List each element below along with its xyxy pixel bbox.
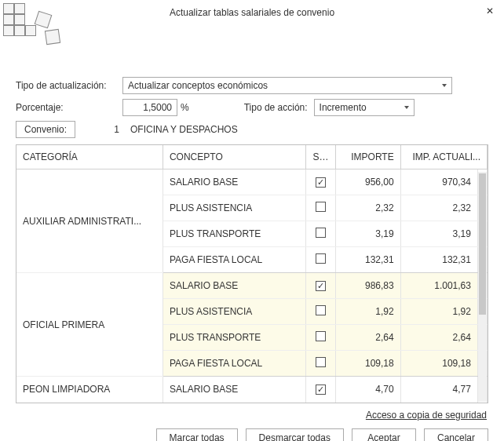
desmarcar-todas-button[interactable]: Desmarcar todas [246, 428, 344, 442]
categoria-cell: OFICIAL PRIMERA [16, 273, 163, 377]
importe-cell: 986,83 [336, 273, 400, 299]
tipo-select[interactable]: Actualizar conceptos económicos [122, 77, 452, 94]
imp-act-cell: 3,19 [400, 221, 477, 247]
sel-checkbox[interactable]: ✓ [316, 281, 326, 291]
importe-cell: 4,70 [336, 377, 400, 403]
scrollbar-thumb[interactable] [479, 173, 486, 315]
accion-select[interactable]: Incremento [314, 99, 415, 116]
concepto-cell: SALARIO BASE [163, 273, 305, 299]
imp-act-cell: 2,64 [400, 325, 477, 351]
sel-checkbox[interactable] [316, 305, 326, 315]
importe-cell: 132,31 [336, 247, 400, 273]
importe-cell: 956,00 [336, 169, 400, 195]
tipo-value: Actualizar conceptos económicos [128, 80, 268, 91]
imp-act-cell: 1.001,63 [400, 273, 477, 299]
marcar-todas-button[interactable]: Marcar todas [156, 428, 238, 442]
convenio-name: OFICINA Y DESPACHOS [130, 124, 238, 135]
salary-table: CATEGORÍA CONCEPTO SEL IMPORTE IMP. ACTU… [16, 144, 488, 403]
imp-act-cell: 109,18 [400, 351, 477, 377]
importe-cell: 1,92 [336, 299, 400, 325]
table-row[interactable]: OFICIAL PRIMERA SALARIO BASE ✓ 986,83 1.… [16, 273, 488, 299]
aceptar-button[interactable]: Aceptar [352, 428, 416, 442]
categoria-cell: AUXILIAR ADMINISTRATI... [16, 169, 163, 273]
sel-checkbox[interactable] [316, 228, 326, 238]
col-concepto[interactable]: CONCEPTO [163, 145, 305, 169]
sel-checkbox[interactable]: ✓ [316, 177, 326, 188]
concepto-cell: PLUS ASISTENCIA [163, 299, 305, 325]
close-button[interactable]: ✕ [482, 3, 498, 19]
concepto-cell: SALARIO BASE [163, 377, 305, 403]
backup-link[interactable]: Acceso a copia de seguridad [366, 410, 487, 421]
concepto-cell: PLUS TRANSPORTE [163, 325, 305, 351]
table-row[interactable]: AUXILIAR ADMINISTRATI... SALARIO BASE ✓ … [16, 169, 488, 195]
sel-checkbox[interactable] [316, 253, 326, 264]
col-categoria[interactable]: CATEGORÍA [16, 145, 163, 169]
convenio-button[interactable]: Convenio: [16, 121, 75, 138]
imp-act-cell: 132,31 [400, 247, 477, 273]
concepto-cell: SALARIO BASE [163, 169, 305, 195]
accion-label: Tipo de acción: [244, 102, 308, 113]
concepto-cell: PAGA FIESTA LOCAL [163, 351, 305, 377]
col-importe[interactable]: IMPORTE [336, 145, 400, 169]
porcentaje-label: Porcentaje: [16, 102, 119, 113]
cancelar-button[interactable]: Cancelar [424, 428, 488, 442]
table-header-row: CATEGORÍA CONCEPTO SEL IMPORTE IMP. ACTU… [16, 145, 488, 169]
table-row[interactable]: PEON LIMPIADORA SALARIO BASE ✓ 4,70 4,77 [16, 377, 488, 403]
concepto-cell: PAGA FIESTA LOCAL [163, 247, 305, 273]
sel-checkbox[interactable]: ✓ [316, 385, 326, 395]
col-imp-actualizado[interactable]: IMP. ACTUALI... [400, 145, 487, 169]
col-sel[interactable]: SEL [306, 145, 336, 169]
table-scrollbar[interactable] [478, 172, 487, 402]
button-row: Marcar todas Desmarcar todas Aceptar Can… [0, 421, 504, 442]
sel-checkbox[interactable] [316, 331, 326, 341]
convenio-number: 1 [82, 121, 124, 138]
tipo-label: Tipo de actualización: [16, 80, 119, 91]
imp-act-cell: 2,32 [400, 195, 477, 221]
importe-cell: 2,64 [336, 325, 400, 351]
importe-cell: 2,32 [336, 195, 400, 221]
close-icon: ✕ [486, 5, 494, 16]
titlebar: Actualizar tablas salariales de convenio… [0, 0, 504, 25]
imp-act-cell: 970,34 [400, 169, 477, 195]
footer-link-area: Acceso a copia de seguridad [0, 403, 504, 421]
porcentaje-input[interactable]: 1,5000 [122, 99, 177, 116]
concepto-cell: PLUS ASISTENCIA [163, 195, 305, 221]
categoria-cell: PEON LIMPIADORA [16, 377, 163, 403]
accion-value: Incremento [320, 102, 367, 113]
imp-act-cell: 1,92 [400, 299, 477, 325]
importe-cell: 109,18 [336, 351, 400, 377]
sel-checkbox[interactable] [316, 202, 326, 212]
app-logo [3, 3, 66, 47]
form-area: Tipo de actualización: Actualizar concep… [0, 25, 504, 138]
sel-checkbox[interactable] [316, 357, 326, 367]
porcentaje-unit: % [181, 102, 189, 113]
imp-act-cell: 4,77 [400, 377, 477, 403]
importe-cell: 3,19 [336, 221, 400, 247]
window-title: Actualizar tablas salariales de convenio [170, 7, 334, 18]
concepto-cell: PLUS TRANSPORTE [163, 221, 305, 247]
